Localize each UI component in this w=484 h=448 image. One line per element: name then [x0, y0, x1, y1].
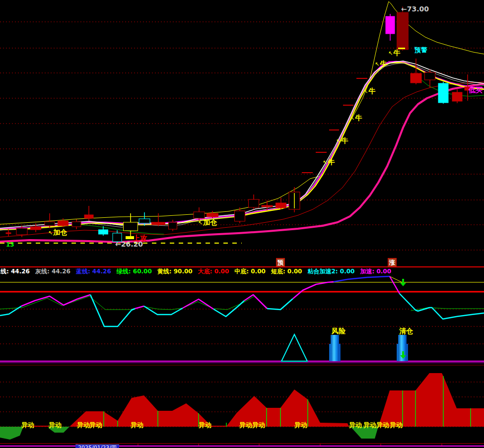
indicator-item-6: 中底: 0.00 [234, 268, 266, 275]
unusual-move-label: 异动 [89, 422, 102, 428]
unusual-move-label: 异动 [349, 422, 362, 428]
rise-badge: 涨 [388, 258, 397, 267]
bull-label: ↖牛 [350, 114, 362, 121]
up-left-arrow-icon: ↖ [363, 88, 368, 95]
indicator-item-4: 黄线: 90.00 [157, 268, 193, 275]
add-position-label: ↖加仓 [198, 219, 217, 226]
clear-position-label: 清仓 [399, 327, 413, 334]
stock-chart-screen: ←73.00预警↖牛↖牛↖牛↖牛↖牛↖牛↖加仓↖加仓上攻←26.2013低买风险… [0, 0, 484, 448]
indicator-item-9: 加速: 0.00 [360, 268, 391, 275]
bull-label: ↖牛 [323, 158, 335, 165]
up-left-arrow-icon: ↖ [198, 220, 203, 226]
indicator-item-5: 大底: 0.00 [198, 268, 229, 275]
up-left-arrow-icon: ↖ [48, 230, 53, 236]
bull-label: ↖牛 [336, 137, 348, 144]
alert-label: 预警 [415, 47, 427, 53]
bull-label: ↖牛 [375, 60, 387, 67]
indicator-item-8: 粘合加速2: 0.00 [307, 268, 354, 275]
add-position-label: ↖加仓 [48, 229, 67, 236]
unusual-move-label: 异动 [131, 422, 143, 428]
bar-count-label: 13 [6, 242, 14, 248]
up-left-arrow-icon: ↖ [388, 50, 393, 57]
chart-canvas[interactable] [0, 0, 484, 448]
indicator-item-0: 线: 44.26 [0, 268, 30, 275]
date-label: 2025/01/23/四 [75, 445, 119, 448]
indicator-item-2: 蓝线: 44.26 [76, 268, 111, 275]
up-left-arrow-icon: ↖ [375, 61, 379, 67]
up-left-arrow-icon: ↖ [336, 138, 341, 144]
price-low-label: ←26.20 [115, 241, 143, 248]
unusual-move-label: 异动 [390, 422, 403, 428]
indicator-item-1: 灰线: 44.26 [35, 268, 70, 275]
bull-label: ↖牛 [363, 87, 375, 94]
unusual-move-label: 异动 [294, 422, 307, 428]
unusual-move-label: 异动 [21, 422, 34, 428]
up-left-arrow-icon: ↖ [350, 115, 354, 122]
indicator-item-7: 短底: 0.00 [271, 268, 302, 275]
unusual-move-label: 异动 [376, 422, 389, 428]
unusual-move-label: 异动 [363, 422, 376, 428]
unusual-move-label: 异动 [77, 422, 90, 428]
risk-label: 风险 [332, 327, 346, 334]
unusual-move-label: 异动 [199, 422, 211, 428]
up-left-arrow-icon: ↖ [323, 159, 327, 166]
indicator-item-3: 绿线: 60.00 [117, 268, 152, 275]
unusual-move-label: 异动 [239, 422, 252, 428]
unusual-move-label: 异动 [252, 422, 265, 428]
indicator-value-row: 线: 44.26灰线: 44.26蓝线: 44.26绿线: 60.00黄线: 9… [0, 267, 484, 275]
bull-label: ↖牛 [388, 49, 400, 56]
price-high-label: ←73.00 [401, 5, 429, 12]
low-buy-label: 低买 [469, 86, 483, 93]
unusual-move-label: 异动 [49, 422, 62, 428]
pre-alert-badge: 预 [276, 258, 285, 267]
